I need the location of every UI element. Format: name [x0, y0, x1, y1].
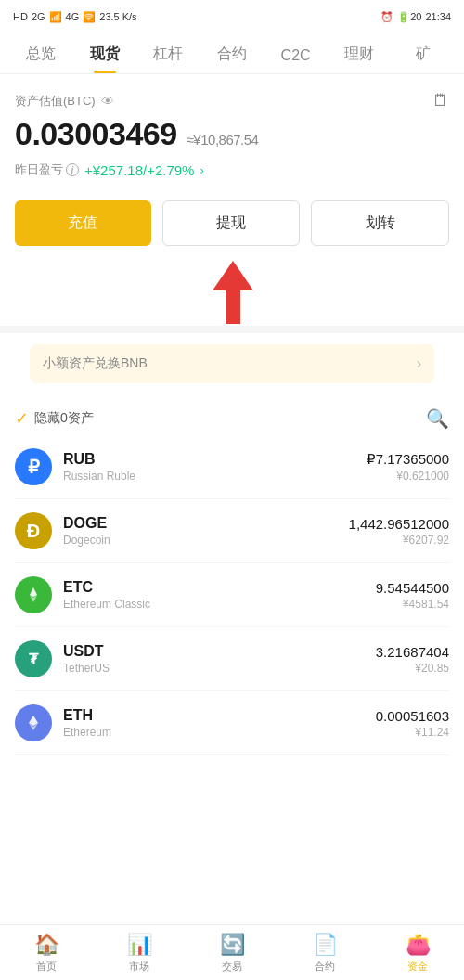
status-right: ⏰ 🔋20 21:34 [380, 11, 451, 23]
coin-balance-doge: 1,442.96512000 ¥6207.92 [349, 516, 449, 547]
eye-icon[interactable]: 👁 [101, 94, 114, 109]
bottom-nav-home[interactable]: 🏠 首页 [0, 925, 93, 980]
bottom-nav-trade[interactable]: 🔄 交易 [186, 925, 278, 980]
bnb-banner[interactable]: 小额资产兑换BNB › [30, 344, 434, 383]
search-icon[interactable]: 🔍 [426, 407, 449, 430]
asset-section: 资产估值(BTC) 👁 🗒 0.03003469 ≈¥10,867.54 昨日盈… [0, 74, 464, 187]
status-speed: 23.5 K/s [99, 11, 136, 22]
status-4g: 4G [66, 11, 80, 22]
nav-more[interactable]: 矿 [391, 39, 455, 73]
coin-balance-eth: 0.00051603 ¥11.24 [376, 708, 449, 739]
bottom-nav-funds[interactable]: 👛 资金 [371, 925, 464, 980]
coin-cny-usdt: ¥20.85 [376, 662, 449, 675]
coin-icon-doge: Ð [15, 512, 52, 549]
coin-item-doge[interactable]: Ð DOGE Dogecoin 1,442.96512000 ¥6207.92 [15, 499, 449, 563]
coin-balance-usdt: 3.21687404 ¥20.85 [376, 644, 449, 675]
status-hd: HD [13, 11, 28, 22]
coin-name-doge: DOGE [63, 515, 349, 532]
asset-label-text: 资产估值(BTC) [15, 93, 96, 110]
nav-c2c[interactable]: C2C [264, 42, 328, 73]
bnb-banner-wrapper: 小额资产兑换BNB › [0, 333, 464, 394]
coin-info-doge: DOGE Dogecoin [63, 515, 349, 547]
asset-btc-value: 0.03003469 [15, 116, 177, 152]
hide-label: 隐藏0资产 [34, 410, 94, 427]
coin-amount-etc: 9.54544500 [376, 580, 449, 596]
funds-icon: 👛 [406, 933, 431, 957]
coin-name-eth: ETH [63, 707, 376, 724]
coin-info-rub: RUB Russian Ruble [63, 451, 367, 483]
trade-icon: 🔄 [220, 933, 245, 957]
bottom-nav-contract[interactable]: 📄 合约 [278, 925, 371, 980]
coin-fullname-etc: Ethereum Classic [63, 598, 376, 611]
profit-label: 昨日盈亏 i [15, 161, 79, 178]
coin-fullname-doge: Dogecoin [63, 534, 349, 547]
coin-fullname-rub: Russian Ruble [63, 470, 367, 483]
withdraw-button[interactable]: 提现 [162, 200, 301, 246]
coin-item-rub[interactable]: ₽ RUB Russian Ruble ₽7.17365000 ¥0.62100… [15, 435, 449, 499]
coin-info-etc: ETC Ethereum Classic [63, 579, 376, 611]
coin-item-etc[interactable]: ETC Ethereum Classic 9.54544500 ¥4581.54 [15, 563, 449, 627]
status-time: 21:34 [425, 11, 451, 22]
section-divider [0, 326, 464, 333]
receipt-icon[interactable]: 🗒 [432, 91, 449, 110]
coin-cny-doge: ¥6207.92 [349, 534, 449, 547]
coin-icon-etc [15, 576, 52, 613]
nav-spot[interactable]: 现货 [73, 39, 137, 73]
coin-balance-etc: 9.54544500 ¥4581.54 [376, 580, 449, 611]
wifi-icon: 🛜 [83, 11, 96, 23]
coin-icon-eth [15, 704, 52, 741]
hide-check-icon[interactable]: ✓ [15, 408, 29, 429]
profit-row: 昨日盈亏 i +¥257.18/+2.79% › [15, 161, 449, 178]
hide-assets-row: ✓ 隐藏0资产 🔍 [0, 394, 464, 435]
bottom-nav-contract-label: 合约 [315, 960, 335, 974]
coin-balance-rub: ₽7.17365000 ¥0.621000 [367, 451, 449, 483]
bnb-banner-text: 小额资产兑换BNB [43, 355, 148, 372]
contract-icon: 📄 [313, 933, 338, 957]
coin-item-usdt[interactable]: ₮ USDT TetherUS 3.21687404 ¥20.85 [15, 627, 449, 691]
action-row: 充值 提现 划转 [0, 187, 464, 259]
asset-label-row: 资产估值(BTC) 👁 🗒 [15, 91, 449, 110]
bottom-spacer [0, 755, 464, 820]
coin-amount-doge: 1,442.96512000 [349, 516, 449, 532]
arrow-annotation [0, 261, 464, 326]
coin-amount-rub: ₽7.17365000 [367, 451, 449, 468]
top-nav: 总览 现货 杠杆 合约 C2C 理财 矿 [0, 33, 464, 74]
bottom-nav: 🏠 首页 📊 市场 🔄 交易 📄 合约 👛 资金 [0, 924, 464, 980]
status-signal: 📶 [49, 11, 62, 23]
coin-info-eth: ETH Ethereum [63, 707, 376, 739]
home-icon: 🏠 [34, 933, 59, 957]
nav-futures[interactable]: 合约 [200, 39, 264, 73]
coin-cny-etc: ¥4581.54 [376, 598, 449, 611]
nav-finance[interactable]: 理财 [328, 39, 392, 73]
coin-item-eth[interactable]: ETH Ethereum 0.00051603 ¥11.24 [15, 691, 449, 755]
coin-icon-rub: ₽ [15, 448, 52, 485]
bnb-banner-arrow-icon: › [417, 355, 421, 372]
asset-list: ₽ RUB Russian Ruble ₽7.17365000 ¥0.62100… [0, 435, 464, 755]
hide-row-left: ✓ 隐藏0资产 [15, 408, 94, 429]
transfer-button[interactable]: 划转 [311, 200, 449, 246]
charge-button[interactable]: 充值 [15, 200, 151, 246]
coin-info-usdt: USDT TetherUS [63, 643, 376, 675]
coin-amount-usdt: 3.21687404 [376, 644, 449, 660]
eth-svg-icon [24, 714, 43, 732]
etc-svg-icon [24, 586, 43, 604]
coin-icon-usdt: ₮ [15, 640, 52, 677]
nav-overview[interactable]: 总览 [9, 39, 73, 73]
asset-btc-row: 0.03003469 ≈¥10,867.54 [15, 116, 449, 152]
nav-leverage[interactable]: 杠杆 [136, 39, 200, 73]
battery-icon: 🔋20 [397, 11, 421, 23]
rub-icon-text: ₽ [28, 456, 40, 478]
coin-name-etc: ETC [63, 579, 376, 596]
red-arrow-icon [213, 261, 253, 326]
coin-fullname-eth: Ethereum [63, 726, 376, 739]
status-left: HD 2G 📶 4G 🛜 23.5 K/s [13, 11, 137, 23]
coin-cny-rub: ¥0.621000 [367, 470, 449, 483]
status-2g: 2G [32, 11, 45, 22]
asset-cny-value: ≈¥10,867.54 [187, 132, 259, 148]
coin-cny-eth: ¥11.24 [376, 726, 449, 739]
profit-value: +¥257.18/+2.79% [84, 162, 194, 178]
bottom-nav-market[interactable]: 📊 市场 [93, 925, 186, 980]
coin-amount-eth: 0.00051603 [376, 708, 449, 724]
doge-icon-text: Ð [27, 521, 40, 542]
status-bar: HD 2G 📶 4G 🛜 23.5 K/s ⏰ 🔋20 21:34 [0, 0, 464, 33]
